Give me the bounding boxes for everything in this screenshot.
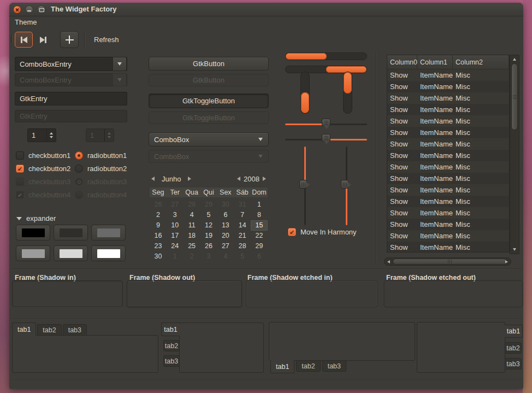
vscale-1[interactable] [299, 146, 311, 225]
hscale-2[interactable] [285, 133, 367, 145]
calendar-day[interactable]: 21 [234, 231, 251, 241]
calendar-day[interactable]: 29 [251, 241, 268, 251]
table-row[interactable]: ShowItemNameMisc [387, 69, 509, 81]
column-header[interactable]: Column0 [387, 55, 417, 69]
calendar-day[interactable]: 16 [150, 231, 167, 241]
calendar-day[interactable]: 26 [200, 241, 217, 251]
table-row[interactable]: ShowItemNameMisc [387, 92, 509, 104]
slider-handle[interactable] [299, 180, 307, 189]
horizontal-scrollbar[interactable] [384, 257, 511, 266]
checkbox[interactable] [16, 151, 24, 160]
calendar-day[interactable]: 20 [217, 231, 234, 241]
radiobox[interactable] [75, 165, 83, 173]
calendar-day[interactable]: 27 [167, 200, 184, 210]
calendar-day[interactable]: 30 [217, 200, 234, 210]
slider-handle[interactable] [322, 119, 330, 126]
next-month-icon[interactable] [188, 177, 191, 181]
table-row[interactable]: ShowItemNameMisc [387, 230, 509, 242]
swatch-button[interactable] [16, 225, 50, 241]
refresh-button[interactable]: Refresh [90, 32, 123, 48]
harmony-row[interactable]: ✔ Move In Harmony [288, 228, 357, 236]
calendar-day[interactable]: 6 [217, 210, 234, 220]
scroll-up-icon[interactable] [513, 58, 516, 61]
calendar-day[interactable]: 23 [150, 241, 167, 251]
minimize-icon[interactable] [25, 5, 33, 14]
tab-tab1[interactable]: tab1 [270, 360, 294, 373]
calendar-day[interactable]: 29 [200, 200, 217, 210]
calendar-day[interactable]: 1 [167, 251, 184, 262]
titlebar[interactable]: The Widget Factory [9, 3, 523, 16]
radiobox[interactable] [75, 151, 83, 160]
hscale-1[interactable] [285, 118, 367, 130]
calendar-day[interactable]: 31 [234, 200, 251, 210]
combobox[interactable]: ComboBox [149, 132, 269, 146]
table-row[interactable]: ShowItemNameMisc [387, 138, 509, 150]
swatch-button[interactable] [54, 245, 88, 261]
calendar-day[interactable]: 9 [150, 220, 167, 231]
vscroll-thumb[interactable] [511, 63, 518, 130]
calendar-day[interactable]: 28 [234, 241, 251, 251]
calendar-day[interactable]: 25 [184, 241, 200, 251]
gtkbutton[interactable]: GtkButton [149, 57, 269, 71]
calendar-day[interactable]: 8 [251, 210, 268, 220]
calendar-day[interactable]: 30 [150, 251, 167, 262]
calendar-day[interactable]: 14 [234, 220, 251, 231]
expander[interactable]: expander [16, 214, 56, 222]
checkbox[interactable]: ✔ [16, 165, 24, 173]
tab-tab2[interactable]: tab2 [296, 360, 320, 372]
swatch-button[interactable] [16, 245, 50, 261]
prev-year-icon[interactable] [237, 177, 240, 181]
tab-tab3[interactable]: tab3 [63, 324, 87, 336]
table-row[interactable]: ShowItemNameMisc [387, 207, 509, 219]
slider-handle[interactable] [322, 134, 330, 142]
hscroll-thumb[interactable] [393, 259, 507, 265]
calendar-day[interactable]: 1 [251, 200, 268, 210]
comboboxentry[interactable]: ComboBoxEntry [15, 57, 127, 71]
harmony-checkbox[interactable]: ✔ [288, 228, 296, 236]
calendar-day[interactable]: 4 [217, 251, 234, 262]
column-header[interactable]: Column2 [453, 55, 509, 69]
vscale-2[interactable] [340, 146, 352, 225]
forward-button[interactable] [34, 32, 52, 48]
next-year-icon[interactable] [263, 177, 266, 181]
gtktogglebutton[interactable]: GtkToggleButton [149, 93, 269, 108]
calendar-day[interactable]: 3 [167, 210, 184, 220]
calendar-day[interactable]: 12 [200, 220, 217, 231]
calendar-day[interactable]: 17 [167, 231, 184, 241]
checkbutton-row[interactable]: checkbutton1 [16, 151, 70, 160]
scroll-down-icon[interactable] [513, 248, 516, 251]
back-button[interactable] [15, 32, 33, 48]
calendar-day[interactable]: 7 [234, 210, 251, 220]
slider-handle[interactable] [341, 180, 348, 189]
tab-tab3[interactable]: tab3 [505, 358, 522, 369]
calendar-day[interactable]: 22 [251, 231, 268, 241]
tab-tab3[interactable]: tab3 [163, 355, 180, 367]
toolbar-grip[interactable] [11, 36, 13, 43]
tab-tab2[interactable]: tab2 [163, 340, 180, 351]
spinner-steppers[interactable] [46, 129, 56, 142]
close-icon[interactable] [13, 5, 21, 14]
prev-month-icon[interactable] [151, 177, 155, 181]
maximize-icon[interactable] [37, 5, 45, 14]
checkbutton-row[interactable]: ✔checkbutton2 [16, 165, 70, 173]
tab-tab1[interactable]: tab1 [505, 325, 523, 338]
calendar-day[interactable]: 19 [200, 231, 217, 241]
table-row[interactable]: ShowItemNameMisc [387, 161, 509, 173]
calendar-day[interactable]: 3 [200, 251, 217, 262]
column-header[interactable]: Column1 [417, 55, 453, 69]
vertical-scrollbar[interactable] [510, 55, 519, 254]
swatch-button[interactable] [91, 245, 126, 261]
table-row[interactable]: ShowItemNameMisc [387, 115, 509, 127]
calendar-day[interactable]: 10 [167, 220, 184, 231]
gtkentry[interactable]: GtkEntry [15, 92, 127, 105]
radiobutton-row[interactable]: radiobutton2 [75, 165, 127, 173]
table-row[interactable]: ShowItemNameMisc [387, 196, 509, 207]
scroll-left-icon[interactable] [387, 260, 390, 263]
calendar-day[interactable]: 2 [150, 210, 167, 220]
scroll-right-icon[interactable] [505, 260, 508, 263]
menu-theme[interactable]: Theme [9, 16, 42, 30]
calendar-day[interactable]: 26 [150, 200, 167, 210]
table-row[interactable]: ShowItemNameMisc [387, 104, 509, 115]
calendar-day[interactable]: 15 [251, 220, 268, 231]
spinbutton[interactable]: 1 [27, 128, 56, 142]
